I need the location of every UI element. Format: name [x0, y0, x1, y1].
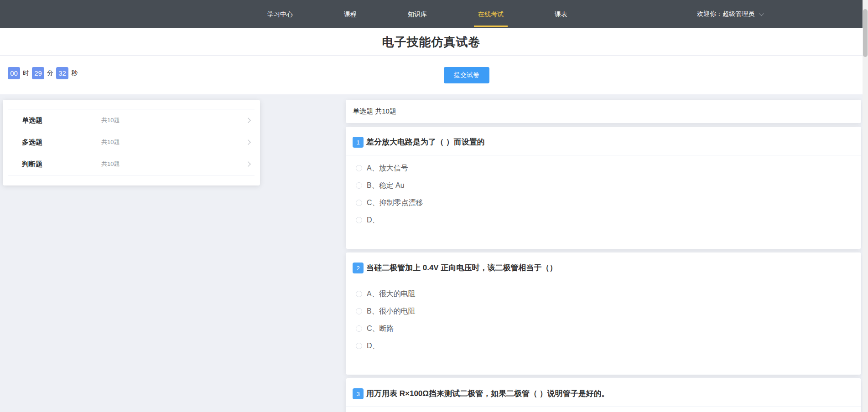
question-head: 1 差分放大电路是为了（ ）而设置的 — [346, 127, 861, 155]
option-radio[interactable] — [356, 308, 362, 314]
option-label: A、很大的电阻 — [367, 289, 416, 299]
option-label: C、抑制零点漂移 — [367, 198, 423, 208]
nav-menu: 学习中心 课程 知识库 在线考试 课表 — [267, 0, 567, 28]
chevron-down-icon — [759, 11, 764, 16]
question-area: 单选题 共10题 1 差分放大电路是为了（ ）而设置的 — [346, 100, 861, 412]
option-row[interactable]: A、很大的电阻 — [346, 285, 861, 303]
timer-value-box: 00 — [8, 67, 20, 79]
chevron-right-icon — [245, 161, 250, 166]
option-list: A、很大的电阻 B、很小的电阻 C、断路 — [346, 281, 861, 375]
timer-unit-label: 时 — [23, 69, 29, 77]
section-label: 单选题 — [22, 116, 101, 125]
option-row[interactable]: C、抑制零点漂移 — [346, 194, 861, 211]
nav-item[interactable]: 在线考试 — [478, 10, 504, 19]
nav-item[interactable]: 课表 — [555, 10, 567, 19]
title-row: 电子技能仿真试卷 — [0, 28, 863, 56]
nav-item[interactable]: 学习中心 — [267, 10, 293, 19]
option-radio[interactable] — [356, 325, 362, 332]
question-text: 用万用表 R×100Ω挡来测试二极管，如果二极管（ ）说明管子是好的。 — [366, 388, 609, 399]
section-label: 多选题 — [22, 138, 101, 147]
option-list — [346, 407, 861, 412]
question-card: 1 差分放大电路是为了（ ）而设置的 A、放大信号 — [346, 127, 861, 249]
question-card: 3 用万用表 R×100Ω挡来测试二极管，如果二极管（ ）说明管子是好的。 — [346, 378, 861, 412]
submit-exam-button[interactable]: 提交试卷 — [444, 67, 489, 83]
countdown-timer: 00 时 29 分 32 秒 — [8, 67, 78, 79]
nav-item-label: 课表 — [555, 10, 567, 18]
question-section-row[interactable]: 单选题 共10题 — [8, 109, 255, 131]
nav-item-label: 知识库 — [408, 10, 427, 18]
option-label: B、很小的电阻 — [367, 307, 416, 316]
section-header-card: 单选题 共10题 — [346, 100, 861, 123]
option-row[interactable]: D、 — [346, 211, 861, 229]
chevron-right-icon — [245, 118, 250, 123]
section-count: 共10题 — [101, 116, 120, 124]
option-label: B、稳定 Au — [367, 181, 405, 191]
option-row[interactable]: D、 — [346, 337, 861, 355]
option-radio[interactable] — [356, 291, 362, 297]
page-title: 电子技能仿真试卷 — [382, 35, 481, 49]
option-radio[interactable] — [356, 165, 362, 171]
question-nav-card: 单选题 共10题 多选题 共10题 判断题 共10题 — [3, 100, 260, 185]
option-list: A、放大信号 B、稳定 Au C、抑制零点漂移 — [346, 155, 861, 249]
top-nav: 学习中心 课程 知识库 在线考试 课表 欢迎你：超级管理员 — [0, 0, 863, 28]
option-label: D、 — [367, 216, 379, 225]
question-head: 3 用万用表 R×100Ω挡来测试二极管，如果二极管（ ）说明管子是好的。 — [346, 378, 861, 407]
option-radio[interactable] — [356, 217, 362, 223]
option-row[interactable]: B、很小的电阻 — [346, 303, 861, 320]
timer-unit-label: 秒 — [71, 69, 78, 77]
question-number-badge: 2 — [353, 263, 364, 273]
nav-item-label: 课程 — [344, 10, 357, 18]
timer-value-box: 32 — [56, 67, 68, 79]
timer-value-box: 29 — [32, 67, 44, 79]
question-number-badge: 3 — [353, 388, 364, 399]
question-section-row[interactable]: 判断题 共10题 — [8, 153, 255, 175]
nav-item[interactable]: 知识库 — [408, 10, 427, 19]
timer-unit-label: 分 — [47, 69, 53, 77]
question-card: 2 当硅二极管加上 0.4V 正向电压时，该二极管相当于（） A、很大的电阻 — [346, 252, 861, 375]
question-nav-list: 单选题 共10题 多选题 共10题 判断题 共10题 — [8, 109, 255, 175]
scrollbar[interactable] — [863, 0, 868, 412]
question-head: 2 当硅二极管加上 0.4V 正向电压时，该二极管相当于（） — [346, 252, 861, 281]
section-count: 共10题 — [101, 138, 120, 146]
question-list: 1 差分放大电路是为了（ ）而设置的 A、放大信号 — [346, 127, 861, 412]
section-header-text: 单选题 共10题 — [353, 107, 396, 116]
option-row[interactable]: A、放大信号 — [346, 160, 861, 177]
chevron-right-icon — [245, 139, 250, 144]
option-radio[interactable] — [356, 182, 362, 189]
question-text: 当硅二极管加上 0.4V 正向电压时，该二极管相当于（） — [366, 263, 557, 273]
question-text: 差分放大电路是为了（ ）而设置的 — [366, 137, 485, 148]
exam-header: 电子技能仿真试卷 00 时 29 分 32 秒 提交试卷 — [0, 28, 863, 94]
question-number-badge: 1 — [353, 137, 364, 148]
nav-item-label: 在线考试 — [478, 10, 504, 18]
user-menu[interactable]: 欢迎你：超级管理员 — [697, 0, 763, 28]
option-radio[interactable] — [356, 343, 362, 349]
section-label: 判断题 — [22, 160, 101, 169]
option-radio[interactable] — [356, 200, 362, 206]
scrollbar-thumb[interactable] — [863, 9, 868, 57]
section-count: 共10题 — [101, 160, 120, 168]
option-row[interactable]: C、断路 — [346, 320, 861, 337]
welcome-text: 欢迎你：超级管理员 — [697, 10, 754, 18]
option-label: A、放大信号 — [367, 164, 408, 173]
option-label: C、断路 — [367, 324, 394, 334]
exam-page: 学习中心 课程 知识库 在线考试 课表 欢迎你：超级管理员 电子技能仿真试卷 0… — [0, 0, 868, 412]
nav-item-label: 学习中心 — [267, 10, 293, 18]
question-section-row[interactable]: 多选题 共10题 — [8, 131, 255, 153]
option-label: D、 — [367, 341, 379, 351]
option-row[interactable]: B、稳定 Au — [346, 177, 861, 194]
nav-item[interactable]: 课程 — [344, 10, 357, 19]
